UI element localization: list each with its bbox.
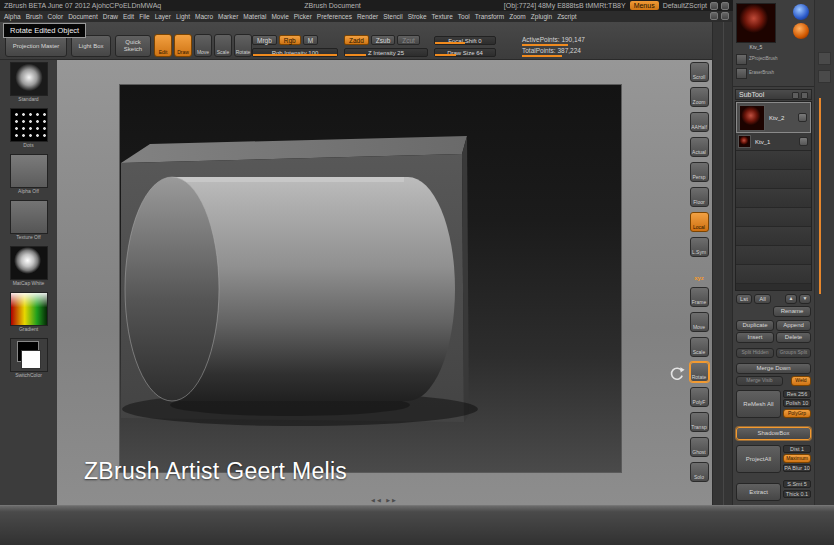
- menu-draw[interactable]: Draw: [103, 13, 118, 20]
- subtool-header-icon[interactable]: [801, 92, 808, 99]
- menu-edit[interactable]: Edit: [123, 13, 134, 20]
- visibility-eye-icon[interactable]: [798, 113, 807, 122]
- scale-mode-button[interactable]: Scale: [214, 34, 232, 57]
- mini-tool-thumbnail[interactable]: [736, 68, 747, 79]
- polyf-button[interactable]: PolyF: [690, 387, 709, 407]
- ghost-button[interactable]: Ghost: [690, 437, 709, 457]
- thick-slider[interactable]: Thick 0.1: [783, 490, 811, 498]
- panel-scrollbar[interactable]: [819, 98, 821, 294]
- subtool-item-selected[interactable]: Ktv_2: [736, 102, 811, 133]
- zbrush-document-canvas[interactable]: [119, 84, 622, 473]
- actual-button[interactable]: Actual: [690, 137, 709, 157]
- shelf-item-brush[interactable]: Standard: [0, 62, 57, 106]
- m-button[interactable]: M: [303, 35, 318, 45]
- scale-button[interactable]: Scale: [690, 337, 709, 357]
- menu-render[interactable]: Render: [357, 13, 378, 20]
- subtool-down-button[interactable]: ▼: [799, 294, 811, 304]
- light-box-button[interactable]: Light Box: [71, 35, 111, 57]
- shelf-item-switch[interactable]: SwitchColor: [0, 338, 57, 382]
- subtool-empty-slot[interactable]: [736, 170, 811, 189]
- tray-divider[interactable]: [712, 22, 733, 505]
- move-button[interactable]: Move: [690, 312, 709, 332]
- current-tool-thumbnail[interactable]: [736, 3, 776, 43]
- menu-color[interactable]: Color: [48, 13, 64, 20]
- document-scroll-hints[interactable]: ◀◀ ▶▶: [57, 497, 712, 504]
- shelf-item-gradient[interactable]: Gradient: [0, 292, 57, 336]
- z-intensity-slider[interactable]: Z Intensity 25: [344, 48, 428, 57]
- tray-toggle-icon[interactable]: [721, 12, 729, 20]
- append-button[interactable]: Append: [776, 320, 811, 331]
- mrgb-button[interactable]: Mrgb: [252, 35, 277, 45]
- subtool-empty-slot[interactable]: [736, 227, 811, 246]
- menu-file[interactable]: File: [139, 13, 149, 20]
- edit-mode-button[interactable]: Edit: [154, 34, 172, 57]
- menu-layer[interactable]: Layer: [155, 13, 171, 20]
- menu-tool[interactable]: Tool: [458, 13, 470, 20]
- menu-texture[interactable]: Texture: [432, 13, 453, 20]
- zcut-button[interactable]: Zcut: [397, 35, 420, 45]
- menu-light[interactable]: Light: [176, 13, 190, 20]
- local-button[interactable]: Local: [690, 212, 709, 232]
- list-button[interactable]: Lst: [736, 294, 752, 304]
- menu-zplugin[interactable]: Zplugin: [531, 13, 552, 20]
- menu-stencil[interactable]: Stencil: [383, 13, 403, 20]
- subtool-empty-slot[interactable]: [736, 265, 811, 284]
- rotate-button[interactable]: Rotate: [690, 362, 709, 382]
- default-zscript-button[interactable]: DefaultZScript: [663, 2, 707, 9]
- solo-button[interactable]: Solo: [690, 462, 709, 482]
- insert-button[interactable]: Insert: [736, 332, 774, 343]
- draw-mode-button[interactable]: Draw: [174, 34, 192, 57]
- palette-mini-thumbnail[interactable]: [818, 70, 831, 83]
- all-button[interactable]: All: [754, 294, 771, 304]
- pa-blur-slider[interactable]: PA Blur 10: [783, 464, 811, 472]
- menu-macro[interactable]: Macro: [195, 13, 213, 20]
- shelf-item-material[interactable]: MatCap White: [0, 246, 57, 290]
- zoom-button[interactable]: Zoom: [690, 87, 709, 107]
- aahalf-button[interactable]: AAHalf: [690, 112, 709, 132]
- split-hidden-button[interactable]: Split Hidden: [736, 348, 774, 358]
- menu-zoom[interactable]: Zoom: [509, 13, 526, 20]
- merge-visible-button[interactable]: Merge Visib: [736, 376, 783, 386]
- rename-button[interactable]: Rename: [773, 306, 811, 317]
- menu-alpha[interactable]: Alpha: [4, 13, 21, 20]
- merge-down-button[interactable]: Merge Down: [736, 363, 811, 374]
- subtool-up-button[interactable]: ▲: [785, 294, 797, 304]
- draw-size-slider[interactable]: Draw Size 64: [434, 48, 496, 57]
- zproject-brush-icon[interactable]: [793, 23, 809, 39]
- tray-toggle-icon[interactable]: [710, 12, 718, 20]
- menu-zscript[interactable]: Zscript: [557, 13, 577, 20]
- shelf-item-alpha[interactable]: Alpha Off: [0, 154, 57, 198]
- subtool-empty-slot[interactable]: [736, 208, 811, 227]
- subtool-empty-slot[interactable]: [736, 189, 811, 208]
- remesh-all-button[interactable]: ReMesh All: [736, 390, 781, 418]
- palette-mini-thumbnail[interactable]: [818, 52, 831, 65]
- title-bar-icon[interactable]: [710, 2, 718, 10]
- persp-button[interactable]: Persp: [690, 162, 709, 182]
- menu-marker[interactable]: Marker: [218, 13, 238, 20]
- menu-document[interactable]: Document: [68, 13, 98, 20]
- subtool-header-icon[interactable]: [792, 92, 799, 99]
- menu-picker[interactable]: Picker: [294, 13, 312, 20]
- groups-split-button[interactable]: Groups Split: [776, 348, 811, 358]
- polish-slider[interactable]: Polish 10: [783, 399, 811, 407]
- focal-shift-slider[interactable]: Focal Shift 0: [434, 36, 496, 45]
- scroll-right-icon[interactable]: ▶▶: [386, 497, 398, 503]
- menu-material[interactable]: Material: [243, 13, 266, 20]
- shadowbox-button[interactable]: ShadowBox: [736, 427, 811, 440]
- rgb-intensity-slider[interactable]: Rgb Intensity 100: [252, 48, 338, 57]
- menu-movie[interactable]: Movie: [271, 13, 288, 20]
- l-sym-button[interactable]: L.Sym: [690, 237, 709, 257]
- shelf-item-texture[interactable]: Texture Off: [0, 200, 57, 244]
- menu-stroke[interactable]: Stroke: [408, 13, 427, 20]
- shelf-item-stroke[interactable]: Dots: [0, 108, 57, 152]
- project-all-button[interactable]: ProjectAll: [736, 445, 781, 473]
- delete-button[interactable]: Delete: [776, 332, 811, 343]
- weld-toggle[interactable]: Weld: [791, 376, 811, 386]
- dist-slider[interactable]: Dist 1: [783, 445, 811, 453]
- polygrp-toggle[interactable]: PolyGrp: [783, 409, 811, 418]
- rgb-button[interactable]: Rgb: [279, 35, 301, 45]
- res-slider[interactable]: Res 256: [783, 390, 811, 398]
- s-smt-slider[interactable]: S.Smt 5: [783, 480, 811, 488]
- subtool-item[interactable]: Ktv_1: [736, 133, 811, 151]
- xyz-button[interactable]: xyz: [690, 262, 709, 282]
